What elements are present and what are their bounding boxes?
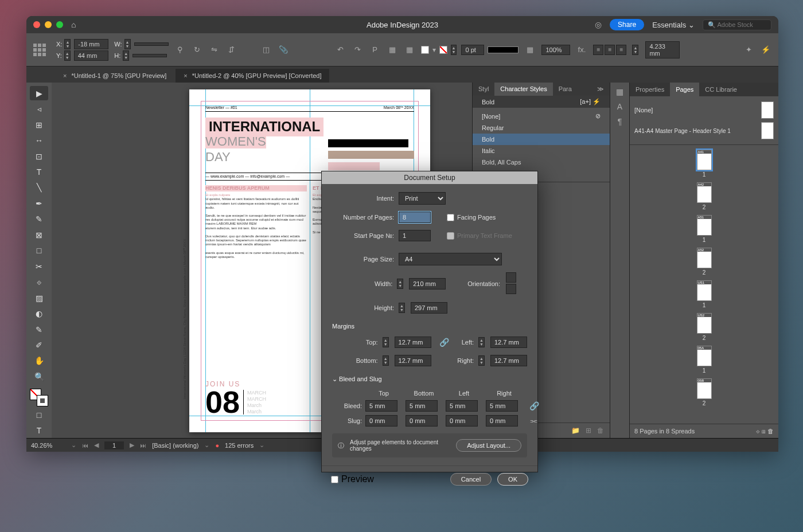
gear-icon[interactable]: ✦ [743,44,754,56]
first-page-icon[interactable]: ⏮ [82,442,88,449]
opacity-input[interactable]: 100% [541,45,570,55]
format-container-icon[interactable]: □ [30,408,48,422]
panel-more-icon[interactable]: ≫ [591,83,610,96]
undo-icon[interactable]: ↶ [335,44,346,56]
adjust-layout-button[interactable]: Adjust Layout... [456,439,521,452]
anchor-icon[interactable]: 📎 [278,44,289,56]
last-page-icon[interactable]: ⏭ [140,442,146,449]
page-thumb[interactable]: A522 [697,248,712,276]
para-icon[interactable]: ¶ [618,117,622,126]
char-icon[interactable]: A [617,102,622,111]
cancel-button[interactable]: Cancel [450,473,492,486]
page-thumb[interactable]: A511 [697,215,712,243]
direct-selection-tool[interactable]: ◃ [30,101,48,116]
fill-swatch[interactable] [421,46,429,54]
stroke-pt-input[interactable]: 0 pt [461,45,484,55]
minimize-window-icon[interactable] [45,21,52,28]
stroke-swatch[interactable] [439,46,447,54]
errors-label[interactable]: 125 errors [225,442,254,449]
close-window-icon[interactable] [33,21,40,28]
next-page-icon[interactable]: ▶ [130,441,134,449]
pagesize-select[interactable]: A4 [399,253,502,265]
free-transform-tool[interactable]: ⟐ [30,275,48,289]
page-thumb[interactable]: 05A1 [697,346,712,374]
w-input[interactable] [134,42,169,46]
redo-icon[interactable]: ↷ [352,44,364,56]
home-icon[interactable]: ⌂ [71,20,76,29]
margin-left-input[interactable] [490,337,527,348]
facing-pages-checkbox[interactable] [447,214,454,221]
portrait-icon[interactable] [506,272,516,283]
bleed-slug-section[interactable]: ⌄ Bleed and Slug [332,375,527,383]
tips-icon[interactable]: ◎ [595,20,602,29]
x-input[interactable]: -18 mm [74,39,108,49]
close-tab-icon[interactable]: × [184,72,187,79]
search-input[interactable]: 🔍 Adobe Stock [703,19,771,30]
page-tool[interactable]: ⊞ [30,118,48,132]
style-item-selected[interactable]: Bold [473,134,610,145]
fill-stroke-swap[interactable] [30,389,48,406]
doc-tab-2[interactable]: ×*Untitled-2 @ 40% [GPU Preview] [Conver… [176,69,329,83]
preflight-profile[interactable]: [Basic] (working) [152,442,198,449]
gradient-feather-tool[interactable]: ◐ [30,306,48,320]
delete-page-icon[interactable]: 🗑 [767,428,774,435]
styles-tab[interactable]: Styl [473,83,494,96]
style-item[interactable]: Italic [473,145,610,157]
p-icon[interactable]: P [369,44,381,56]
intent-select[interactable]: Print [399,192,446,205]
bleed-left[interactable] [446,400,478,412]
style-item[interactable]: [None]⊘ [473,110,610,122]
char-styles-tab[interactable]: Character Styles [494,83,552,96]
trash-icon[interactable]: 🗑 [597,427,604,435]
rotate-icon[interactable]: ↻ [192,44,203,56]
link-slug-icon[interactable]: ⫘ [529,416,536,425]
rectangle-tool[interactable]: □ [30,244,48,258]
slug-left[interactable] [446,415,478,427]
page-thumb[interactable]: US22 [697,313,712,341]
close-tab-icon[interactable]: × [63,72,67,79]
clear-icon[interactable]: ⊘ [595,112,601,120]
prev-page-icon[interactable]: ◀ [94,441,99,449]
flip-v-icon[interactable]: ⇵ [226,44,237,56]
constrain-icon[interactable]: ⚲ [174,44,186,56]
align-left-icon[interactable]: ≡ [593,45,603,55]
startpage-input[interactable] [399,230,431,241]
new-icon[interactable]: ⊞ [586,427,591,435]
margin-bottom-input[interactable] [395,355,431,366]
y-input[interactable]: 44 mm [74,50,108,61]
folder-icon[interactable]: 📁 [571,427,580,435]
properties-tab[interactable]: Properties [630,83,670,96]
slug-right[interactable] [486,415,518,427]
wrap2-icon[interactable]: ▦ [404,44,415,56]
landscape-icon[interactable] [506,284,516,294]
page-options-icon[interactable]: ⟐ [756,428,760,435]
page-thumb[interactable]: A422 [697,182,712,210]
margin-top-input[interactable] [395,337,431,348]
npages-input[interactable] [399,212,431,223]
master-none[interactable]: [None] [634,100,774,120]
selection-tool[interactable]: ▶ [30,86,48,100]
preview-checkbox[interactable] [331,476,338,483]
line-tool[interactable]: ╲ [30,181,48,195]
pencil-tool[interactable]: ✎ [30,212,48,226]
type-tool[interactable]: T [30,165,48,179]
h-input[interactable] [132,54,167,57]
page-thumb[interactable]: US11 [697,280,712,308]
rectangle-frame-tool[interactable]: ⊠ [30,228,48,242]
link-bleed-icon[interactable]: 🔗 [529,401,536,410]
margin-right-input[interactable] [490,355,527,366]
align-right-icon[interactable]: ≡ [616,45,626,55]
opacity-icon[interactable]: ▦ [524,44,536,56]
pages-tab[interactable]: Pages [670,83,699,96]
new-page-icon[interactable]: ⊞ [762,428,766,435]
column-width[interactable]: 4.233 mm [645,41,680,58]
gap-tool[interactable]: ↔ [30,133,48,147]
align-center-icon[interactable]: ≡ [605,45,615,55]
eyedropper-tool[interactable]: ✐ [30,338,48,352]
hand-tool[interactable]: ✋ [30,354,48,368]
cclib-tab[interactable]: CC Librarie [699,83,743,96]
zoom-tool[interactable]: 🔍 [30,369,48,384]
style-item[interactable]: Bold, All Caps [473,157,610,168]
effects-icon[interactable]: fx. [576,44,587,56]
height-input[interactable] [411,302,447,314]
